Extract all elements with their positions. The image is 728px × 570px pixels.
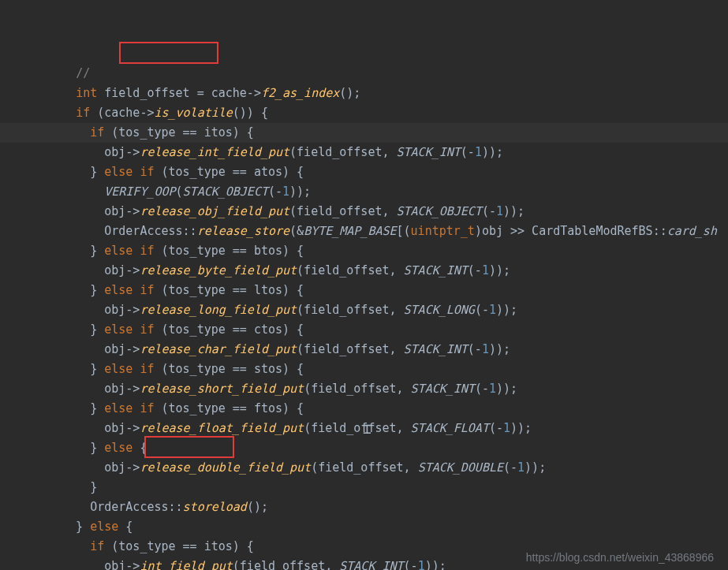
code-line: obj->release_byte_field_put(field_offset… <box>0 261 728 281</box>
code-lines: // int field_offset = cache->f2_as_index… <box>0 64 728 570</box>
code-line: obj->release_double_field_put(field_offs… <box>0 458 728 478</box>
code-line: if (cache->is_volatile()) { <box>0 103 728 123</box>
code-line: // <box>0 64 728 84</box>
code-line: if (tos_type == itos) { <box>0 123 728 143</box>
code-line: } else if (tos_type == stos) { <box>0 360 728 379</box>
code-line: } else { <box>0 517 728 537</box>
watermark-label: https://blog.csdn.net/weixin_43868966 <box>526 551 714 564</box>
code-line: obj->release_char_field_put(field_offset… <box>0 340 728 360</box>
code-line: } else if (tos_type == ltos) { <box>0 281 728 300</box>
code-line: int field_offset = cache->f2_as_index(); <box>0 84 728 103</box>
annotation-box-storeload <box>144 436 234 458</box>
code-line: } else if (tos_type == atos) { <box>0 162 728 182</box>
code-line: OrderAccess::storeload(); <box>0 497 728 517</box>
annotation-box-is-volatile <box>119 42 218 64</box>
code-line: VERIFY_OOP(STACK_OBJECT(-1)); <box>0 182 728 202</box>
code-line: obj->release_short_field_put(field_offse… <box>0 379 728 399</box>
code-line: obj->release_int_field_put(field_offset,… <box>0 143 728 162</box>
code-line: OrderAccess::release_store(&BYTE_MAP_BAS… <box>0 222 728 241</box>
code-line: obj->release_long_field_put(field_offset… <box>0 300 728 320</box>
code-line: } else if (tos_type == ftos) { <box>0 399 728 419</box>
code-line: } else if (tos_type == ctos) { <box>0 320 728 340</box>
code-line: } <box>0 478 728 497</box>
code-line: } else if (tos_type == btos) { <box>0 241 728 261</box>
text-cursor-icon: ⌶ <box>363 419 364 433</box>
code-line: } else { <box>0 438 728 458</box>
code-line: obj->release_obj_field_put(field_offset,… <box>0 202 728 222</box>
code-editor: // int field_offset = cache->f2_as_index… <box>0 0 728 570</box>
